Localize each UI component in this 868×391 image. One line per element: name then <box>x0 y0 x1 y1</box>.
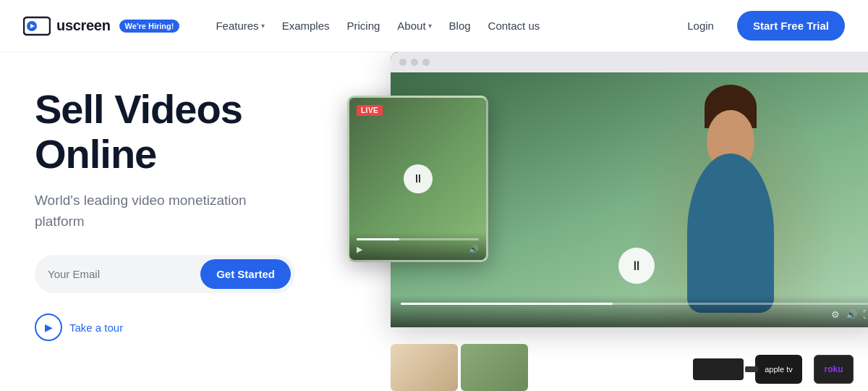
take-tour-link[interactable]: ▶ Take a tour <box>35 314 324 341</box>
nav-pricing[interactable]: Pricing <box>339 15 387 36</box>
nav-links: Features ▾ Examples Pricing About ▾ Blog… <box>208 15 547 36</box>
chevron-down-icon-about: ▾ <box>428 22 432 30</box>
main-pause-icon[interactable]: ⏸ <box>618 248 655 284</box>
thumbnails-strip <box>391 344 532 391</box>
email-input[interactable] <box>48 268 200 280</box>
roku-icon: roku <box>814 355 854 384</box>
browser-dot-3 <box>422 59 430 66</box>
main-video-controls: ⚙ 🔊 ⛶ <box>391 295 868 327</box>
start-trial-button[interactable]: Start Free Trial <box>737 11 845 41</box>
apple-tv-device: apple tv <box>755 355 802 384</box>
main-progress-bar[interactable] <box>401 303 868 305</box>
get-started-button[interactable]: Get Started <box>200 259 291 289</box>
logo-link[interactable]: uscreen We're Hiring! <box>23 16 179 36</box>
thumbnail-2[interactable] <box>461 344 528 391</box>
figure-body <box>687 154 774 313</box>
settings-icon[interactable]: ⚙ <box>831 309 840 320</box>
login-button[interactable]: Login <box>676 14 726 38</box>
apple-tv-icon: apple tv <box>755 355 802 384</box>
logo-icon <box>23 16 51 36</box>
small-video-player: LIVE ⏸ ▶ 🔊 <box>347 96 488 262</box>
small-volume-icon[interactable]: 🔊 <box>469 245 479 254</box>
figure-silhouette <box>637 96 825 327</box>
nav-about[interactable]: About ▾ <box>390 15 438 36</box>
small-progress-fill <box>357 238 399 240</box>
tour-label: Take a tour <box>69 321 123 334</box>
main-content: Sell Videos Online World's leading video… <box>0 52 868 391</box>
main-progress-fill <box>401 303 613 305</box>
brand-name: uscreen <box>56 17 111 34</box>
main-controls-row: ⚙ 🔊 ⛶ <box>401 309 868 320</box>
play-icon: ▶ <box>35 314 62 341</box>
hero-visual: ⏸ ⚙ 🔊 ⛶ LIVE ⏸ <box>347 52 868 391</box>
small-play-icon[interactable]: ▶ <box>357 245 362 254</box>
nav-features[interactable]: Features ▾ <box>208 15 271 36</box>
devices-row: apple tv roku <box>693 355 868 384</box>
navbar: uscreen We're Hiring! Features ▾ Example… <box>0 0 868 52</box>
live-badge: LIVE <box>357 105 383 116</box>
nav-actions: Login Start Free Trial <box>676 11 845 41</box>
browser-dot-2 <box>411 59 418 66</box>
thumbnail-1[interactable] <box>391 344 458 391</box>
nav-contact[interactable]: Contact us <box>481 15 548 36</box>
browser-dot-1 <box>399 59 407 66</box>
volume-icon[interactable]: 🔊 <box>846 309 857 320</box>
browser-bar <box>391 52 868 72</box>
hero-title: Sell Videos Online <box>35 87 324 176</box>
chevron-down-icon: ▾ <box>261 22 265 30</box>
nav-examples[interactable]: Examples <box>275 15 337 36</box>
email-form: Get Started <box>35 255 295 293</box>
hero-section: Sell Videos Online World's leading video… <box>0 52 347 391</box>
roku-device: roku <box>814 355 854 384</box>
small-controls-row: ▶ 🔊 <box>357 245 479 254</box>
small-pause-icon[interactable]: ⏸ <box>404 164 433 193</box>
fire-stick-icon <box>693 358 744 380</box>
hero-subtitle: World's leading video monetization platf… <box>35 190 252 232</box>
fire-stick-device <box>693 358 744 380</box>
nav-blog[interactable]: Blog <box>442 15 478 36</box>
hiring-badge: We're Hiring! <box>119 20 180 33</box>
small-progress-bar[interactable] <box>357 238 479 240</box>
fullscreen-icon[interactable]: ⛶ <box>863 309 868 320</box>
small-player-controls: ▶ 🔊 <box>349 232 486 260</box>
